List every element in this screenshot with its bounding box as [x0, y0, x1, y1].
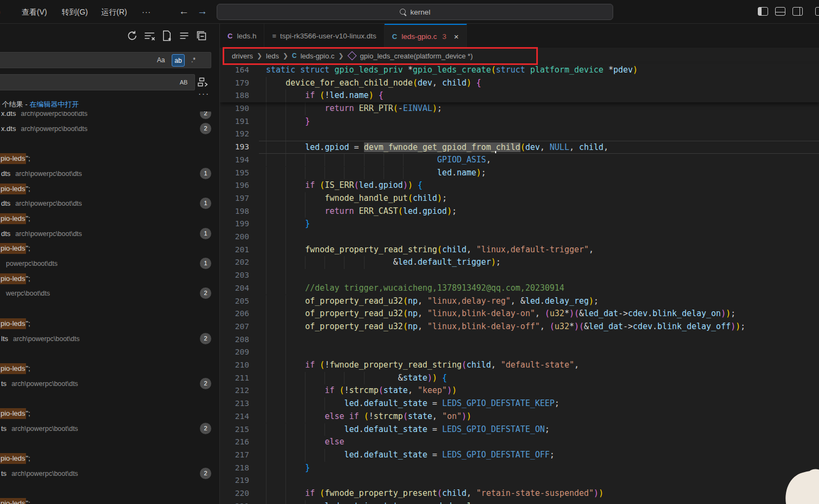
result-file-row[interactable]: dtsarch\powerpc\boot\dts1	[0, 166, 219, 181]
tab-leds.h[interactable]: Cleds.h	[220, 24, 264, 48]
open-new-search-editor-icon[interactable]	[161, 30, 174, 43]
code-line-203[interactable]: 203	[220, 269, 819, 282]
code-line-201[interactable]: 201 fwnode_property_read_string(child, "…	[220, 244, 819, 257]
view-as-list-icon[interactable]	[179, 30, 192, 43]
code-line-193[interactable]: 193 led.gpiod = devm_fwnode_get_gpiod_fr…	[220, 141, 819, 154]
code-line-206[interactable]: 206 of_property_read_u32(np, "linux,blin…	[220, 307, 819, 320]
code-line-197[interactable]: 197 fwnode_handle_put(child);	[220, 192, 819, 205]
preserve-case-toggle[interactable]: AB	[177, 76, 190, 89]
result-file-row[interactable]: dtsarch\powerpc\boot\dts1	[0, 226, 219, 241]
code-line-217[interactable]: 217 led.default_state = LEDS_GPIO_DEFSTA…	[220, 449, 819, 462]
code-line-191[interactable]: 191 }	[220, 115, 819, 128]
line-number: 220	[220, 487, 249, 500]
menu-item-run[interactable]: 运行(R)	[96, 0, 132, 24]
code-line-205[interactable]: 205 of_property_read_u32(np, "linux,dela…	[220, 295, 819, 308]
code-line-164[interactable]: 164static struct gpio_leds_priv *gpio_le…	[220, 64, 819, 77]
search-input[interactable]: Aa ab .*	[0, 52, 211, 68]
breadcrumb[interactable]: drivers❯leds❯Cleds-gpio.c❯gpio_leds_crea…	[220, 48, 819, 64]
replace-all-icon[interactable]	[197, 76, 210, 89]
menu-item-goto[interactable]: 转到(G)	[56, 0, 93, 24]
result-file-row[interactable]: werpc\boot\dts2	[0, 286, 219, 301]
code-line-198[interactable]: 198 return ERR_CAST(led.gpiod);	[220, 205, 819, 218]
menu-item-view[interactable]: 查看(V)	[16, 0, 53, 24]
breadcrumb-item[interactable]: gpio_leds_create(platform_device *)	[360, 52, 473, 60]
code-line-207[interactable]: 207 of_property_read_u32(np, "linux,blin…	[220, 320, 819, 333]
clear-search-results-icon[interactable]	[144, 30, 157, 43]
code-area[interactable]: 190 return ERR_PTR(-EINVAL);191 }192193 …	[220, 102, 819, 504]
breadcrumb-item[interactable]: leds	[266, 52, 279, 60]
code-line-200[interactable]: 200	[220, 231, 819, 244]
code-line-188[interactable]: 188 if (!led.name) {	[220, 89, 819, 102]
indent-guide	[305, 205, 306, 218]
menu-item-clipped[interactable]: (S)	[0, 0, 6, 24]
result-match-row[interactable]: pio-leds";	[0, 151, 219, 166]
code-line-204[interactable]: 204 //delay trigger,wucaicheng,137891349…	[220, 282, 819, 295]
result-filename: ts	[1, 379, 6, 388]
collapse-all-icon[interactable]	[196, 30, 209, 43]
match-case-toggle[interactable]: Aa	[154, 54, 167, 67]
tab-leds-gpio.c[interactable]: Cleds-gpio.c3×	[385, 24, 467, 48]
result-match-row[interactable]: pio-leds";	[0, 271, 219, 286]
code-line-195[interactable]: 195 led.name);	[220, 167, 819, 180]
result-file-row[interactable]: tsarch\powerpc\boot\dts2	[0, 421, 219, 436]
code-line-216[interactable]: 216 else	[220, 436, 819, 449]
code-line-199[interactable]: 199 }	[220, 218, 819, 231]
code-line-192[interactable]: 192	[220, 128, 819, 141]
result-file-row[interactable]: ltsarch\powerpc\boot\dts2	[0, 331, 219, 346]
regex-toggle[interactable]: .*	[187, 54, 200, 67]
result-filename: dts	[1, 230, 10, 238]
nav-forward-icon[interactable]: →	[197, 0, 207, 24]
replace-input[interactable]: AB	[0, 74, 195, 90]
result-match-row[interactable]: pio-leds";	[0, 211, 219, 226]
result-match-row[interactable]: pio-leds";	[0, 361, 219, 376]
result-match-row[interactable]: pio-leds";	[0, 241, 219, 256]
match-highlight: pio-leds	[0, 363, 26, 374]
command-center-search[interactable]: kernel	[217, 4, 613, 20]
menu-overflow-button[interactable]: ···	[136, 0, 157, 24]
close-tab-icon[interactable]: ×	[454, 32, 459, 41]
result-file-row[interactable]: tsarch\powerpc\boot\dts2	[0, 466, 219, 481]
refresh-icon[interactable]	[127, 30, 140, 43]
indent-guide	[324, 423, 325, 436]
nav-back-icon[interactable]: ←	[179, 0, 189, 24]
code-line-212[interactable]: 212 if (!strcmp(state, "keep"))	[220, 384, 819, 397]
code-line-220[interactable]: 220 if (fwnode_property_present(child, "…	[220, 487, 819, 500]
result-match-row[interactable]: pio-leds";	[0, 451, 219, 466]
breadcrumb-separator-icon: ❯	[257, 52, 262, 60]
result-file-row[interactable]: x.dtsarch\powerpc\boot\dts2	[0, 112, 219, 121]
open-in-editor-link[interactable]: 在编辑器中打开	[29, 100, 79, 108]
code-line-211[interactable]: 211 &state)) {	[220, 372, 819, 385]
c-file-icon: C	[392, 32, 397, 41]
code-line-196[interactable]: 196 if (IS_ERR(led.gpiod)) {	[220, 179, 819, 192]
result-file-row[interactable]: tsarch\powerpc\boot\dts2	[0, 376, 219, 391]
toggle-search-details-icon[interactable]: ···	[198, 89, 210, 98]
breadcrumb-item[interactable]: leds-gpio.c	[301, 52, 335, 60]
result-match-row[interactable]: pio-leds";	[0, 181, 219, 197]
result-match-row[interactable]: pio-leds";	[0, 316, 219, 331]
code-line-215[interactable]: 215 led.default_state = LEDS_GPIO_DEFSTA…	[220, 423, 819, 436]
toggle-panel-icon[interactable]	[775, 7, 785, 16]
customize-layout-icon[interactable]	[815, 7, 819, 16]
toggle-primary-sidebar-icon[interactable]	[758, 7, 768, 16]
breadcrumb-item[interactable]: drivers	[232, 52, 253, 60]
code-line-209[interactable]: 209	[220, 346, 819, 359]
result-match-row[interactable]: pio-leds";	[0, 406, 219, 421]
code-line-218[interactable]: 218 }	[220, 462, 819, 475]
result-match-row[interactable]: pio-leds";	[0, 496, 219, 504]
result-file-row[interactable]: powerpc\boot\dts1	[0, 256, 219, 271]
code-line-221[interactable]: 221 led.retain_state_suspended = 1;	[220, 500, 819, 504]
code-line-213[interactable]: 213 led.default_state = LEDS_GPIO_DEFSTA…	[220, 397, 819, 410]
code-line-202[interactable]: 202 &led.default_trigger);	[220, 256, 819, 269]
code-line-194[interactable]: 194 GPIOD_ASIS,	[220, 154, 819, 167]
toggle-secondary-sidebar-icon[interactable]	[792, 7, 803, 16]
result-file-row[interactable]: dtsarch\powerpc\boot\dts1	[0, 196, 219, 211]
code-line-219[interactable]: 219	[220, 474, 819, 487]
code-line-214[interactable]: 214 else if (!strcmp(state, "on"))	[220, 410, 819, 423]
result-file-row[interactable]: x.dtsarch\powerpc\boot\dts2	[0, 121, 219, 136]
tab-tspi-rk3566-user-v10-linux.dts[interactable]: ≡tspi-rk3566-user-v10-linux.dts	[264, 24, 384, 48]
code-line-210[interactable]: 210 if (!fwnode_property_read_string(chi…	[220, 359, 819, 372]
code-line-179[interactable]: 179 device_for_each_child_node(dev, chil…	[220, 77, 819, 90]
code-line-208[interactable]: 208	[220, 333, 819, 346]
whole-word-toggle[interactable]: ab	[172, 54, 185, 67]
code-line-190[interactable]: 190 return ERR_PTR(-EINVAL);	[220, 102, 819, 115]
